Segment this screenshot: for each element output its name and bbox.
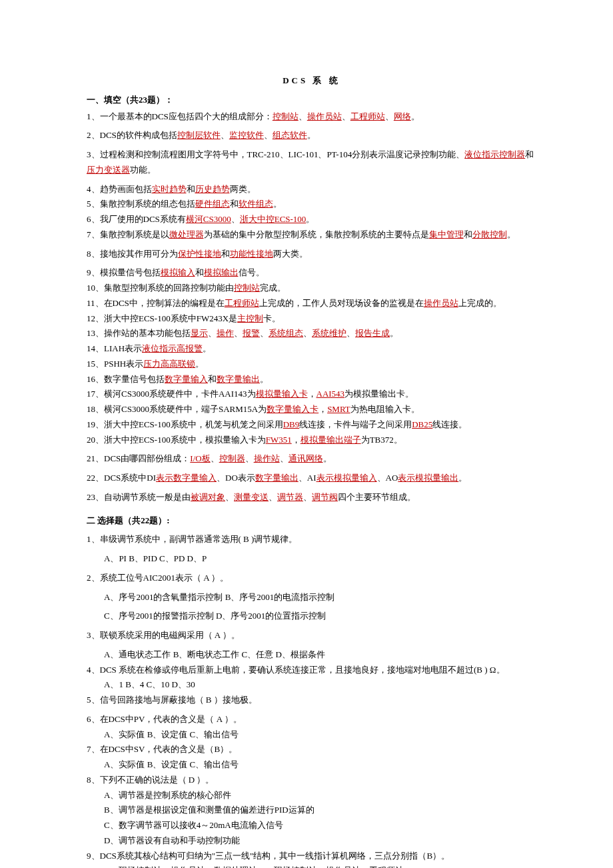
answer: 数字量输入卡 xyxy=(267,404,318,414)
sep: 、 xyxy=(280,453,289,463)
answer: 数字量输出 xyxy=(255,473,299,483)
answer: 操作员站 xyxy=(424,298,458,308)
sep: 、 xyxy=(211,453,219,463)
answer: 液位指示高报警 xyxy=(142,343,203,353)
answer: 操作站 xyxy=(254,453,280,463)
sep: 、 xyxy=(346,328,355,338)
text: 23、自动调节系统一般是由 xyxy=(87,492,191,502)
text: 上完成的，工作人员对现场设备的监视是在 xyxy=(259,298,424,308)
text: 12、浙大中控ECS-100系统中FW243X是 xyxy=(87,313,237,323)
answer: 集中管理 xyxy=(429,229,464,239)
answer: I/O板 xyxy=(190,453,210,463)
q1: 1、一个最基本的DCS应包括四个大的组成部分：控制站、操作员站、工程师站、网络。 xyxy=(87,109,536,125)
answer: 控制站 xyxy=(273,111,299,121)
answer: 表示模拟量输入 xyxy=(316,473,377,483)
text: 6、我厂使用的DCS系统有 xyxy=(87,214,186,224)
answer: 表示模拟量输出 xyxy=(398,473,458,483)
q5: 5、集散控制系统的组态包括硬件组态和软件组态。 xyxy=(87,197,536,212)
sep: ， xyxy=(318,404,327,414)
q21: 21、DCS由哪四部份组成：I/O板、控制器、操作站、通讯网络。 xyxy=(87,451,536,467)
text: 19、浙大中控ECS-100系统中，机笼与机笼之间采用 xyxy=(87,419,283,429)
answer: 软件组态 xyxy=(239,199,273,209)
text: 和 xyxy=(230,199,239,209)
m7: 7、在DCS中SV，代表的含义是（B）。 xyxy=(87,742,536,757)
answer: 调节器 xyxy=(277,492,303,502)
answer: 组态软件 xyxy=(273,130,307,140)
text: 信号。 xyxy=(239,267,265,277)
m1: 1、串级调节系统中，副调节器通常选用( B )调节规律。 xyxy=(87,532,536,547)
text: 18、横河CS3000系统硬件中，端子SARM15A为 xyxy=(87,404,267,414)
q12: 12、浙大中控ECS-100系统中FW243X是主控制卡。 xyxy=(87,311,536,327)
text: 。 xyxy=(411,111,420,121)
text: 4、趋势画面包括 xyxy=(87,184,152,194)
sep: 、 xyxy=(231,214,240,224)
answer: 系统维护 xyxy=(312,328,346,338)
text: 13、操作站的基本功能包括 xyxy=(87,328,191,338)
text: 和 xyxy=(187,184,195,194)
answer: 微处理器 xyxy=(169,229,204,239)
text: 为基础的集中分散型控制系统，集散控制系统的主要特点是 xyxy=(204,229,429,239)
text: 和 xyxy=(464,229,472,239)
text: 为模拟量输出卡。 xyxy=(344,389,414,399)
q16: 16、数字量信号包括数字量输入和数字量输出。 xyxy=(87,372,536,387)
q9: 9、模拟量信号包括模拟输入和模拟输出信号。 xyxy=(87,265,536,281)
m8-o2: B、调节器是根据设定值和测量值的偏差进行PID运算的 xyxy=(87,803,536,818)
answer: FW351 xyxy=(266,435,292,445)
q4: 4、趋势画面包括实时趋势和历史趋势两类。 xyxy=(87,182,536,197)
m2: 2、系统工位号AIC2001表示（ A ）。 xyxy=(87,571,536,586)
answer: 模拟量输出端子 xyxy=(301,435,361,445)
text: 线连接，卡件与端子之间采用 xyxy=(299,419,412,429)
answer: 主控制 xyxy=(237,313,263,323)
sep: 、 xyxy=(342,111,350,121)
answer: DB25 xyxy=(412,419,432,429)
answer: 历史趋势 xyxy=(195,184,230,194)
text: 。 xyxy=(458,473,467,483)
text: 5、集散控制系统的组态包括 xyxy=(87,199,195,209)
text: 、AO xyxy=(377,473,398,483)
answer: 数字量输入 xyxy=(165,374,208,384)
text: 、DO表示 xyxy=(217,473,255,483)
text: 。 xyxy=(307,130,316,140)
page-title: DCS 系 统 xyxy=(87,73,536,89)
answer: 保护性接地 xyxy=(178,249,221,259)
sep: 、 xyxy=(221,130,229,140)
text: 。 xyxy=(273,199,282,209)
text: 14、LIAH表示 xyxy=(87,343,142,353)
text: 11、在DCS中，控制算法的编程是在 xyxy=(87,298,225,308)
sep: 、 xyxy=(245,453,254,463)
answer: SMRT xyxy=(327,404,350,414)
q19: 19、浙大中控ECS-100系统中，机笼与机笼之间采用DB9线连接，卡件与端子之… xyxy=(87,417,536,433)
answer: 监控软件 xyxy=(229,130,264,140)
answer: 数字量输出 xyxy=(217,374,260,384)
sep: 、 xyxy=(234,328,243,338)
sep: 、 xyxy=(225,492,234,502)
text: 和 xyxy=(525,149,534,159)
answer: AAI543 xyxy=(316,389,345,399)
answer: 功能性接地 xyxy=(230,249,273,259)
text: 、AI xyxy=(299,473,316,483)
answer: 模拟输入 xyxy=(161,267,195,277)
m2-options-1: A、序号2001的含氧量指示控制 B、序号2001的电流指示控制 xyxy=(87,590,536,605)
answer: 实时趋势 xyxy=(152,184,187,194)
sep: ， xyxy=(292,435,301,445)
answer: 操作员站 xyxy=(307,111,342,121)
m8-o4: D、调节器设有自动和手动控制功能 xyxy=(87,833,536,849)
text: 卡。 xyxy=(263,313,281,323)
sep: 、 xyxy=(303,328,312,338)
text: 3、过程检测和控制流程图用文字符号中，TRC-210、LIC-101、PT-10… xyxy=(87,149,464,159)
answer: 操作 xyxy=(217,328,234,338)
answer: 横河CS3000 xyxy=(186,214,231,224)
sep: 、 xyxy=(269,492,277,502)
m4-options: A、1 B、4 C、10 D、30 xyxy=(87,677,536,693)
answer: 网络 xyxy=(394,111,411,121)
text: 。 xyxy=(195,359,204,369)
answer: 硬件组态 xyxy=(195,199,230,209)
answer: 系统组态 xyxy=(269,328,303,338)
answer: 工程师站 xyxy=(225,298,259,308)
answer: 控制器 xyxy=(219,453,245,463)
section1-title: 一、填空（共23题）： xyxy=(87,93,536,108)
q22: 22、DCS系统中DI表示数字量输入、DO表示数字量输出、AI表示模拟量输入、A… xyxy=(87,471,536,486)
answer: 液位指示控制器 xyxy=(464,149,525,159)
answer: 报告生成 xyxy=(355,328,390,338)
m3-options: A、通电状态工作 B、断电状态工作 C、任意 D、根据条件 xyxy=(87,647,536,663)
